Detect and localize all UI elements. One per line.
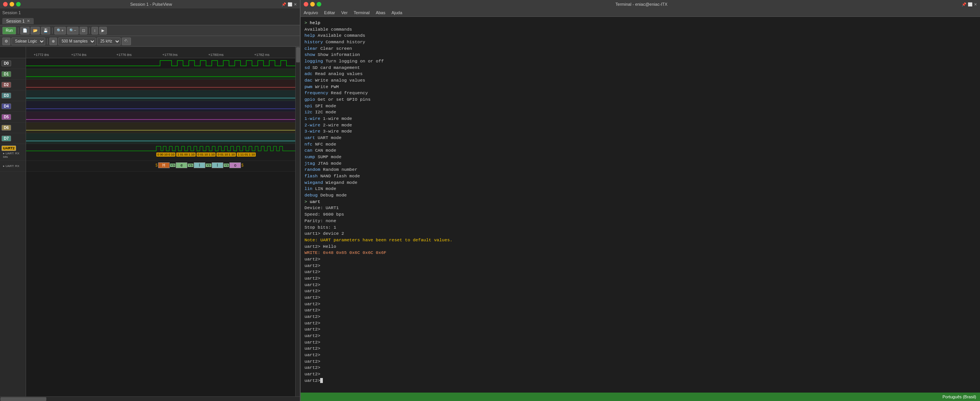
sample-freq-select[interactable]: 25 kHz <box>97 38 121 45</box>
uart-char-start: $ <box>155 163 158 167</box>
marker-btn[interactable]: ▶ <box>99 27 107 34</box>
menu-ajuda[interactable]: Ajuda <box>391 10 402 15</box>
uart-byte-1: 1 01 00 1 10 <box>176 152 195 157</box>
pv-canvas: +1772 ms +1774 ms +1776 ms +1778 ms +178… <box>26 47 295 396</box>
sig-row-uart2: 0 00 10 0 10 1 01 00 1 10 0 01 10 1 10 0… <box>26 144 295 161</box>
label-d1: D1 <box>2 71 11 77</box>
pv-toolbar1: Run 📄 📂 💾 🔍+ 🔍− ⊡ ↕ ▶ <box>0 25 300 36</box>
sig-row-d3 <box>26 90 295 101</box>
save-btn[interactable]: 💾 <box>41 27 50 34</box>
uart-sep-4: YS <box>224 164 229 167</box>
pv-session-bar: Session 1 <box>0 8 300 17</box>
term-titlebar: Terminal - eniac@eniac-ITX 📌 ⬜ ✕ <box>301 0 980 8</box>
pv-labels-col: D0 D1 D2 D3 D4 <box>0 47 26 396</box>
pv-titlebar: Session 1 - PulseView 📌 ⬜ ✕ <box>0 0 300 8</box>
device-settings-btn[interactable]: ⚙ <box>2 38 10 45</box>
pv-tab-close-icon[interactable]: ✕ <box>27 19 30 23</box>
term-pin-icon: 📌 <box>962 2 966 7</box>
sig-row-d0 <box>26 58 295 69</box>
uart-char-o: o <box>229 162 241 168</box>
sig-row-d5 <box>26 112 295 123</box>
toolbar-sep3 <box>89 28 90 34</box>
uart-char-l1: l <box>194 162 205 168</box>
label-d2: D2 <box>2 82 11 88</box>
uart-char-h: H <box>158 162 170 168</box>
uart-sep-3: YS <box>206 164 211 167</box>
pv-tab-label: Session 1 <box>6 19 25 23</box>
term-content[interactable]: > help Available commands help Available… <box>301 17 980 393</box>
menu-arquivo[interactable]: Arquivo <box>304 10 318 15</box>
term-expand-icon: ⬜ <box>968 2 972 7</box>
label-d7: D7 <box>2 136 11 141</box>
term-win-close[interactable] <box>304 2 308 7</box>
menu-terminal[interactable]: Terminal <box>354 10 370 15</box>
pv-x-icon: ✕ <box>294 2 297 7</box>
uart-char-l2: l <box>212 162 223 168</box>
uart-byte-0: 0 00 10 0 10 <box>156 152 175 157</box>
toolbar-sep2 <box>52 28 52 34</box>
uart-byte-4: 1 11 01 1 10 <box>237 152 256 157</box>
term-statusbar: Português (Brasil) <box>301 393 980 401</box>
label-d0: D0 <box>2 61 11 66</box>
pv-session-label: Session 1 <box>2 10 21 15</box>
term-win-min[interactable] <box>310 2 315 7</box>
device-select[interactable]: Saleae Logic <box>11 38 45 45</box>
sig-row-d7 <box>26 133 295 144</box>
probe-btn[interactable]: 🔌 <box>122 38 131 45</box>
uart-byte-2: 0 01 10 1 10 <box>196 152 216 157</box>
pv-pin-icon: 📌 <box>281 2 286 7</box>
uart-sep-2: YS <box>188 164 193 167</box>
toolbar-sep1 <box>18 28 18 34</box>
menu-ver[interactable]: Ver <box>341 10 348 15</box>
label-d5: D5 <box>2 114 11 120</box>
pv-hscrollbar[interactable] <box>0 396 300 401</box>
label-uart-rx-bits: ▸ UART: RX bits <box>3 152 24 159</box>
label-d6: D6 <box>2 125 11 131</box>
zoom-fit-btn[interactable]: ⊡ <box>80 27 87 34</box>
sig-row-d6 <box>26 123 295 133</box>
zoom-in-btn[interactable]: 🔍+ <box>54 27 66 34</box>
sig-row-d2 <box>26 80 295 90</box>
term-locale: Português (Brasil) <box>942 394 976 399</box>
term-win-max[interactable] <box>317 2 321 7</box>
pv-win-close[interactable] <box>3 2 8 7</box>
label-d4: D4 <box>2 103 11 109</box>
decode-btn[interactable]: ⊕ <box>49 38 57 45</box>
label-uart-rx: ▸ UART: RX <box>3 164 20 168</box>
pv-win-min[interactable] <box>10 2 14 7</box>
pv-tab-session1[interactable]: Session 1 ✕ <box>2 18 34 24</box>
toolbar-sep4 <box>47 38 47 44</box>
sig-row-d1 <box>26 69 295 80</box>
uart-char-e: e <box>176 162 187 168</box>
term-title: Terminal - eniac@eniac-ITX <box>615 2 668 7</box>
new-session-btn[interactable]: 📄 <box>20 27 29 34</box>
pv-expand-icon: ⬜ <box>288 2 292 7</box>
cursor-btn[interactable]: ↕ <box>92 27 98 34</box>
pv-win-max[interactable] <box>16 2 21 7</box>
term-menubar: Arquivo Editar Ver Terminal Abas Ajuda <box>301 8 980 17</box>
uart-char-end: $ <box>241 163 244 167</box>
label-uart2: UART2 <box>2 146 16 151</box>
label-d3: D3 <box>2 93 11 98</box>
uart-sep-1: YS <box>170 164 176 167</box>
term-x-icon: ✕ <box>974 2 977 7</box>
sig-row-d4 <box>26 101 295 112</box>
uart-byte-3: 0 01 10 1 10 <box>216 152 236 157</box>
sig-row-uart-rx: $ H YS e YS l YS l YS o $ <box>26 161 295 172</box>
open-btn[interactable]: 📂 <box>31 27 40 34</box>
pv-vscrollbar[interactable] <box>295 47 300 396</box>
pv-ruler: +1772 ms +1774 ms +1776 ms +1778 ms +178… <box>26 47 295 58</box>
pv-signal-area: D0 D1 D2 D3 D4 <box>0 47 300 396</box>
pv-toolbar2: ⚙ Saleae Logic ⊕ 500 M samples 25 kHz 🔌 <box>0 36 300 47</box>
sample-count-select[interactable]: 500 M samples <box>58 38 96 45</box>
menu-abas[interactable]: Abas <box>376 10 385 15</box>
run-button[interactable]: Run <box>2 27 16 34</box>
pv-tabs: Session 1 ✕ <box>0 17 300 25</box>
pv-title: Session 1 - PulseView <box>130 2 172 7</box>
menu-editar[interactable]: Editar <box>324 10 335 15</box>
zoom-out-btn[interactable]: 🔍− <box>67 27 79 34</box>
